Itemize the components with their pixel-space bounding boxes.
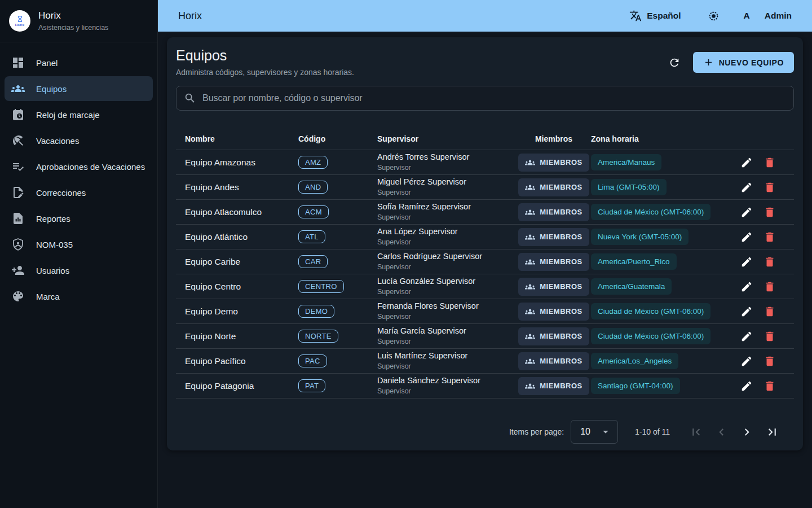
first-page-button[interactable] <box>689 425 703 439</box>
members-button[interactable]: MIEMBROS <box>518 178 589 196</box>
previous-page-button[interactable] <box>714 425 729 439</box>
members-button[interactable]: MIEMBROS <box>518 203 589 221</box>
supervisor-role: Supervisor <box>377 312 517 322</box>
sidebar-item-equipos[interactable]: Equipos <box>5 76 153 101</box>
last-page-button[interactable] <box>765 425 779 439</box>
edit-button[interactable] <box>740 380 753 392</box>
card-header-text: Equipos Administra códigos, supervisores… <box>176 47 354 77</box>
edit-document-icon <box>11 186 25 199</box>
brightness-icon <box>707 10 720 23</box>
sidebar-item-panel[interactable]: Panel <box>5 50 153 75</box>
sidebar-item-vacaciones[interactable]: Vacaciones <box>5 128 153 153</box>
chevron-left-icon <box>714 425 729 439</box>
edit-icon <box>740 181 753 194</box>
translate-icon <box>629 10 642 22</box>
items-per-page-select[interactable]: 10 <box>571 420 618 444</box>
sidebar-item-aprobaciones[interactable]: Aprobaciones de Vacaciones <box>5 154 153 179</box>
new-team-button[interactable]: NUEVO EQUIPO <box>693 52 794 73</box>
items-per-page-value: 10 <box>580 427 590 437</box>
team-name: Equipo Patagonia <box>185 381 298 391</box>
delete-button[interactable] <box>764 355 776 367</box>
edit-button[interactable] <box>740 256 753 268</box>
sidebar-item-nom-035[interactable]: NOM-035 <box>5 232 153 257</box>
table-body: Equipo Amazonas AMZ Andrés Torres Superv… <box>176 150 794 398</box>
sidebar-item-label: NOM-035 <box>36 240 73 249</box>
language-label: Español <box>647 11 681 21</box>
delete-button[interactable] <box>764 305 776 318</box>
table-row: Equipo Amazonas AMZ Andrés Torres Superv… <box>176 150 794 175</box>
row-actions <box>740 281 794 293</box>
groups-icon <box>525 356 535 366</box>
column-header-timezone: Zona horaria <box>591 134 732 143</box>
team-name: Equipo Atlántico <box>185 232 298 242</box>
edit-icon <box>740 355 753 367</box>
team-name: Equipo Amazonas <box>185 157 298 168</box>
supervisor-name: Carlos Rodríguez Supervisor <box>377 251 517 262</box>
edit-button[interactable] <box>740 206 753 218</box>
brand-text: Horix Asistencias y licencias <box>38 10 108 32</box>
sidebar-item-usuarios[interactable]: Usuarios <box>5 258 153 283</box>
edit-button[interactable] <box>740 231 753 243</box>
edit-button[interactable] <box>740 281 753 293</box>
members-button[interactable]: MIEMBROS <box>518 278 589 296</box>
supervisor-role: Supervisor <box>377 337 517 347</box>
row-actions <box>740 181 794 194</box>
members-button-label: MIEMBROS <box>540 158 582 167</box>
supervisor-cell: Lucía González Supervisor Supervisor <box>377 276 517 297</box>
delete-icon <box>764 231 776 243</box>
delete-button[interactable] <box>764 256 776 268</box>
user-avatar[interactable]: A <box>744 11 750 21</box>
delete-icon <box>764 305 776 318</box>
theme-toggle-button[interactable] <box>707 10 720 23</box>
sidebar-item-label: Usuarios <box>36 266 69 275</box>
sidebar-item-label: Equipos <box>36 84 67 94</box>
refresh-button[interactable] <box>668 56 681 69</box>
new-team-button-label: NUEVO EQUIPO <box>719 58 784 67</box>
members-button[interactable]: MIEMBROS <box>518 253 589 271</box>
members-button[interactable]: MIEMBROS <box>518 303 589 321</box>
sidebar-item-reportes[interactable]: Reportes <box>5 206 153 231</box>
delete-button[interactable] <box>764 380 776 392</box>
edit-button[interactable] <box>740 330 753 343</box>
edit-button[interactable] <box>740 305 753 318</box>
members-button[interactable]: MIEMBROS <box>518 377 589 395</box>
sidebar-item-marca[interactable]: Marca <box>5 284 153 309</box>
brand-title: Horix <box>38 10 108 21</box>
delete-button[interactable] <box>764 231 776 243</box>
timezone-badge: America/Guatemala <box>591 278 672 295</box>
column-header-members: Miembros <box>535 134 572 143</box>
delete-button[interactable] <box>764 181 776 194</box>
delete-button[interactable] <box>764 281 776 293</box>
supervisor-role: Supervisor <box>377 163 517 173</box>
language-switcher[interactable]: Español <box>629 10 681 22</box>
delete-icon <box>764 206 776 218</box>
edit-icon <box>740 206 753 218</box>
delete-icon <box>764 281 776 293</box>
members-button[interactable]: MIEMBROS <box>518 154 589 172</box>
team-name: Equipo Atlacomulco <box>185 207 298 217</box>
logo-word: Horix <box>15 23 24 27</box>
team-name: Equipo Andes <box>185 182 298 192</box>
user-menu[interactable]: Admin <box>765 11 792 21</box>
search-input[interactable] <box>202 93 786 103</box>
edit-button[interactable] <box>740 181 753 194</box>
members-button[interactable]: MIEMBROS <box>518 327 589 345</box>
delete-button[interactable] <box>764 206 776 218</box>
next-page-button[interactable] <box>740 425 754 439</box>
brand-subtitle: Asistencias y licencias <box>38 24 108 32</box>
delete-button[interactable] <box>764 156 776 169</box>
edit-icon <box>740 380 753 392</box>
sidebar-item-correcciones[interactable]: Correcciones <box>5 180 153 205</box>
table-row: Equipo Norte NORTE María García Supervis… <box>176 324 794 349</box>
first-page-icon <box>689 425 703 439</box>
delete-icon <box>764 256 776 268</box>
members-button[interactable]: MIEMBROS <box>518 228 589 246</box>
edit-button[interactable] <box>740 156 753 169</box>
members-button[interactable]: MIEMBROS <box>518 352 589 370</box>
supervisor-cell: Daniela Sánchez Supervisor Supervisor <box>377 375 517 396</box>
delete-button[interactable] <box>764 330 776 343</box>
teams-card: Equipos Administra códigos, supervisores… <box>167 37 803 450</box>
sidebar-item-reloj[interactable]: Reloj de marcaje <box>5 102 153 127</box>
edit-button[interactable] <box>740 355 753 367</box>
sidebar-item-label: Vacaciones <box>36 136 79 146</box>
